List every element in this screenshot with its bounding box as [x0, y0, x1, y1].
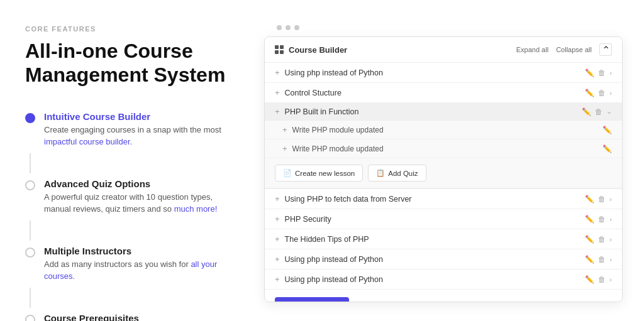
plus-icon-b3: +: [275, 234, 280, 244]
chevron-down-icon: ⌄: [606, 107, 612, 116]
edit-icon-b5[interactable]: ✏️: [585, 275, 594, 284]
bottom-row-2[interactable]: + PHP Security ✏️ 🗑 ›: [265, 209, 622, 229]
bottom-row-5[interactable]: + Using php instead of Python ✏️ 🗑 ›: [265, 269, 622, 290]
feature-desc-2: A powerful quiz creator with 10 question…: [44, 191, 239, 215]
dot-wrapper-2: [25, 178, 35, 190]
inactive-dot-4: [25, 315, 35, 321]
feature-desc-3: Add as many instructors as you wish for …: [44, 258, 239, 283]
card-header: Course Builder Expand all Collapse all ⌃: [265, 37, 622, 63]
row-actions-b1: ✏️ 🗑 ›: [585, 195, 612, 204]
delete-icon-b3[interactable]: 🗑: [598, 235, 606, 244]
row-actions-3: ✏️ 🗑 ⌄: [582, 107, 612, 116]
bottom-row-3[interactable]: + The Hidden Tips of PHP ✏️ 🗑 ›: [265, 229, 622, 249]
plus-icon-2: +: [275, 88, 280, 97]
sub-edit-icon-1[interactable]: ✏️: [602, 126, 612, 134]
edit-icon-1[interactable]: ✏️: [585, 68, 594, 77]
create-lesson-label: Create new lesson: [295, 170, 355, 177]
collapse-all-btn[interactable]: Collapse all: [556, 46, 592, 53]
edit-icon-b3[interactable]: ✏️: [585, 235, 594, 244]
desc-text-3: Add as many instructors as you wish for: [44, 259, 191, 269]
delete-icon-1[interactable]: 🗑: [598, 68, 606, 77]
nav-dots-row: [277, 25, 299, 30]
sub-plus-2: +: [282, 144, 287, 153]
course-builder-card: Course Builder Expand all Collapse all ⌃…: [264, 36, 623, 302]
edit-icon-3[interactable]: ✏️: [582, 107, 591, 116]
feature-title-3: Multiple Instructors: [44, 246, 239, 256]
plus-icon-b4: +: [275, 254, 280, 264]
create-lesson-btn[interactable]: 📄 Create new lesson: [275, 165, 363, 182]
desc-highlight: impactful course builder.: [44, 137, 132, 146]
expand-all-btn[interactable]: Expand all: [516, 46, 548, 53]
bottom-row-4[interactable]: + Using php instead of Python ✏️ 🗑 ›: [265, 249, 622, 269]
edit-icon-b4[interactable]: ✏️: [585, 255, 594, 264]
connector-3: [30, 288, 31, 308]
nav-dot-1[interactable]: [277, 25, 282, 30]
quiz-icon: 📋: [376, 169, 385, 177]
delete-icon-2[interactable]: 🗑: [598, 89, 606, 97]
plus-icon-b2: +: [275, 214, 280, 224]
card-header-left: Course Builder: [275, 45, 347, 55]
features-list: Intuitive Course Builder Create engaging…: [25, 105, 239, 321]
row-title-3: PHP Built in Function: [285, 107, 359, 116]
right-column: Course Builder Expand all Collapse all ⌃…: [264, 25, 623, 302]
add-quiz-label: Add Quiz: [388, 170, 418, 177]
grid-icon: [275, 45, 284, 54]
feature-desc-1: Create engaging courses in a snap with t…: [44, 124, 239, 148]
desc-highlight-2: much more!: [174, 204, 218, 214]
feature-text-2: Advanced Quiz Options A powerful quiz cr…: [44, 178, 239, 215]
row-actions-b3: ✏️ 🗑 ›: [585, 235, 612, 244]
chevron-up-icon: ⌃: [602, 44, 610, 56]
left-column: CORE FEATURES All-in-one Course Manageme…: [25, 25, 239, 302]
sub-edit-icon-2[interactable]: ✏️: [602, 144, 612, 153]
feature-item-prerequisites[interactable]: Course Prerequisites Include course prer…: [25, 307, 239, 321]
delete-icon-b4[interactable]: 🗑: [598, 255, 606, 264]
delete-icon-b2[interactable]: 🗑: [598, 215, 606, 224]
sub-row-title-2: Write PHP module updated: [292, 144, 597, 153]
sub-row-title-1: Write PHP module updated: [292, 126, 597, 134]
delete-icon-3[interactable]: 🗑: [595, 107, 602, 116]
course-row-1[interactable]: + Using php instead of Python ✏️ 🗑 ›: [265, 63, 622, 83]
feature-text-3: Multiple Instructors Add as many instruc…: [44, 246, 239, 283]
dot-wrapper-4: [25, 313, 35, 321]
delete-icon-b5[interactable]: 🗑: [598, 275, 606, 284]
feature-item-intuitive[interactable]: Intuitive Course Builder Create engaging…: [25, 105, 239, 155]
chevron-right-b3: ›: [609, 236, 612, 243]
edit-icon-b2[interactable]: ✏️: [585, 215, 594, 224]
bottom-row-1[interactable]: + Using PHP to fetch data from Server ✏️…: [265, 189, 622, 209]
edit-icon-2[interactable]: ✏️: [585, 89, 594, 97]
chevron-right-1: ›: [609, 69, 612, 77]
chevron-right-2: ›: [609, 89, 612, 97]
add-topic-btn[interactable]: + Add Your Topic: [275, 297, 349, 302]
row-actions-1: ✏️ 🗑 ›: [585, 68, 612, 77]
row-actions-b5: ✏️ 🗑 ›: [585, 275, 612, 284]
row-title-b3: The Hidden Tips of PHP: [285, 235, 580, 244]
chevron-right-b1: ›: [609, 195, 612, 203]
chevron-right-b5: ›: [609, 276, 612, 283]
expanded-section: + PHP Built in Function ✏️ 🗑 ⌄ + Write P…: [265, 103, 622, 189]
dot-wrapper-1: [25, 111, 35, 123]
card-header-right: Expand all Collapse all ⌃: [516, 43, 612, 56]
feature-title-4: Course Prerequisites: [44, 313, 239, 321]
edit-icon-b1[interactable]: ✏️: [585, 195, 594, 204]
collapse-icon-btn[interactable]: ⌃: [599, 43, 612, 56]
nav-dot-2[interactable]: [286, 25, 291, 30]
actions-row: 📄 Create new lesson 📋 Add Quiz: [265, 158, 622, 188]
page-wrapper: CORE FEATURES All-in-one Course Manageme…: [0, 0, 644, 321]
expanded-header[interactable]: + PHP Built in Function ✏️ 🗑 ⌄: [265, 103, 622, 121]
course-row-2[interactable]: + Control Stucture ✏️ 🗑 ›: [265, 83, 622, 103]
add-quiz-btn[interactable]: 📋 Add Quiz: [368, 165, 426, 182]
feature-item-quiz[interactable]: Advanced Quiz Options A powerful quiz cr…: [25, 172, 239, 222]
row-title-b5: Using php instead of Python: [285, 275, 580, 284]
feature-item-instructors[interactable]: Multiple Instructors Add as many instruc…: [25, 239, 239, 289]
delete-icon-b1[interactable]: 🗑: [598, 195, 606, 204]
row-title-b2: PHP Security: [285, 215, 580, 224]
plus-icon-3: +: [275, 107, 280, 116]
chevron-right-b4: ›: [609, 256, 612, 263]
inactive-dot-3: [25, 248, 35, 258]
feature-text-4: Course Prerequisites Include course prer…: [44, 313, 239, 321]
inactive-dot-2: [25, 180, 35, 190]
row-title-b1: Using PHP to fetch data from Server: [285, 195, 580, 204]
bottom-rows: + Using PHP to fetch data from Server ✏️…: [265, 189, 622, 290]
lesson-icon: 📄: [283, 169, 292, 177]
nav-dot-3[interactable]: [294, 25, 299, 30]
